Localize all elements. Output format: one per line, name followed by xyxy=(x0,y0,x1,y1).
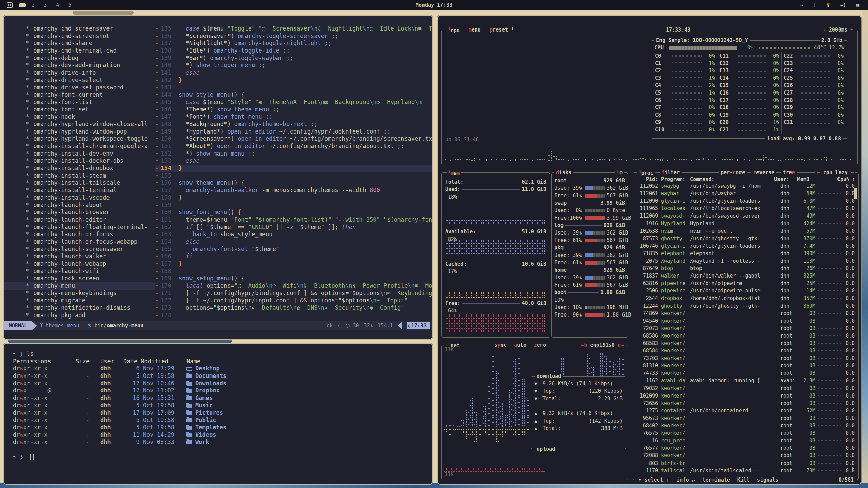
process-row[interactable]: 106746 glycin-i /usr/lib/glycin-loaders … xyxy=(636,242,855,250)
terminate-control[interactable]: terminate xyxy=(701,477,732,483)
file-item[interactable]: *omarchy-hyprland-window-close-all xyxy=(4,121,155,128)
process-row[interactable]: 2506 pipewire /usr/bin/pipewire-pulse dh… xyxy=(636,287,855,294)
process-row[interactable]: 73656 kworker/ root 0B 0.0 xyxy=(636,400,855,407)
code-line[interactable]: 142 } xyxy=(155,77,432,84)
code-line[interactable]: 169 show_setup_menu() { xyxy=(155,275,432,282)
file-item[interactable]: *omarchy-drive-select xyxy=(4,77,155,84)
process-row[interactable]: 87649 btop btop dhh 26M 0.0 xyxy=(636,265,855,272)
terminal-window[interactable]: ~ ❯ ls PermissionsSizeUserDate ModifiedN… xyxy=(3,343,433,485)
file-item[interactable]: *omarchy-launch-or-focus-webapp xyxy=(4,238,155,246)
process-row[interactable]: 76575 kworker/ root 0B 0.0 xyxy=(636,429,855,437)
file-item[interactable]: *omarchy-debug xyxy=(4,55,155,62)
process-row[interactable]: 71835 elephant elephant dhh 390M 0.0 xyxy=(636,250,855,257)
process-row[interactable]: 16 rcu_pree root 0B 0.0 xyxy=(636,437,855,444)
process-row[interactable]: 72088 kworker/ root 0B 0.0 xyxy=(636,452,855,459)
workspace-1-active[interactable] xyxy=(19,3,26,7)
process-row[interactable]: 71837 walker /usr/bin/walker --gappl dhh… xyxy=(636,272,855,280)
code-line[interactable]: 172 [ -f ~/.config/hypr/input.conf ] && … xyxy=(155,297,432,304)
process-row[interactable]: 803 btrfs-tr root 0B 0.0 xyxy=(636,459,855,467)
file-item[interactable]: *omarchy-install-chromium-google-a xyxy=(4,143,155,150)
code-line[interactable]: 171 [ -f ~/.config/hypr/bindings.conf ] … xyxy=(155,290,432,297)
tree-button[interactable]: tree xyxy=(781,169,796,176)
workspaces[interactable]: 2 3 4 5 xyxy=(32,2,81,8)
code-line[interactable]: 170 local options="♫ Audio\n◠ Wifi\nᛒ Bl… xyxy=(155,282,432,290)
process-row[interactable]: 72073 kworker/ root 0B 0.0 xyxy=(636,325,855,332)
process-row[interactable]: 74733 kworker/ root 0B 0.0 xyxy=(636,369,855,377)
code-line[interactable]: 150 *Screensaver*) open_in_editor ~/.con… xyxy=(155,135,432,143)
file-item[interactable]: *omarchy-drive-set-password xyxy=(4,84,155,92)
code-line[interactable]: 161 theme=$(menu "Font" "$(omarchy-font-… xyxy=(155,216,432,224)
code-line[interactable]: 138 *Idle*) omarchy-toggle-idle ;; xyxy=(155,47,432,55)
memory-box-title[interactable]: 2mem xyxy=(447,169,461,176)
sync-button[interactable]: sync xyxy=(493,342,508,348)
file-item[interactable]: *omarchy-dev-add-migration xyxy=(4,62,155,69)
code-line[interactable]: 158 } xyxy=(155,194,432,202)
process-row[interactable]: 68584 kworker/ root 0B 0.0 xyxy=(636,347,855,354)
file-item[interactable]: *omarchy-pkg-add xyxy=(4,312,155,319)
code-line[interactable]: 156 show_theme_menu() { xyxy=(155,179,432,187)
code-line[interactable]: 141 esac xyxy=(155,69,432,77)
file-item[interactable]: *omarchy-font-set xyxy=(4,106,155,114)
file-item[interactable]: *omarchy-menu-keybindings xyxy=(4,290,155,297)
code-line[interactable]: 155 xyxy=(155,172,432,180)
code-line[interactable]: 160 show_font_menu() { xyxy=(155,209,432,216)
code-pane[interactable]: 135 case $(menu "Toggle" "▢ Screensaver\… xyxy=(155,25,432,321)
code-line[interactable]: 174 xyxy=(155,312,432,319)
file-item[interactable]: *omarchy-install-docker-dbs xyxy=(4,157,155,165)
process-row[interactable]: 1916 Hyprland Hyprland dhh 424M 0.0 xyxy=(636,220,855,227)
process-row[interactable]: 1162 avahi-da avahi-daemon: running [ av… xyxy=(636,377,855,384)
file-item[interactable]: *omarchy-install-tailscale xyxy=(4,179,155,187)
process-row[interactable]: 73703 kworker/ root 0B 0.0 xyxy=(636,354,855,362)
code-line[interactable]: 163 back_to show_style_menu xyxy=(155,231,432,238)
file-item[interactable]: *omarchy-font-list xyxy=(4,99,155,106)
process-row[interactable]: 112090 glycin-i /usr/lib/glycin-loaders … xyxy=(636,197,855,205)
file-item[interactable]: *omarchy-cmd-terminal-cwd xyxy=(4,47,155,55)
code-line[interactable]: 135 case $(menu "Toggle" "▢ Screensaver\… xyxy=(155,25,432,33)
code-line[interactable]: 152 *) show_main_menu ;; xyxy=(155,150,432,158)
file-item[interactable]: *omarchy-launch-walker xyxy=(4,253,155,260)
file-item[interactable]: *omarchy-launch-floating-terminal- xyxy=(4,224,155,231)
filter-button[interactable]: filter xyxy=(660,169,682,176)
file-item[interactable]: *omarchy-launch-about xyxy=(4,202,155,209)
code-line[interactable]: 173 options="$options\n▸ Defaults\n◍ DNS… xyxy=(155,304,432,312)
process-row[interactable]: 68586 kworker/ root 0B 0.0 xyxy=(636,332,855,340)
process-row[interactable]: 2544 dropbox /home/dhh/.dropbox-dist dhh… xyxy=(636,294,855,302)
proc-box-title[interactable]: 4proc xyxy=(637,169,655,176)
file-item[interactable]: *omarchy-migrate xyxy=(4,297,155,304)
code-line[interactable]: 143 xyxy=(155,84,432,92)
preset-button[interactable]: preset * xyxy=(488,27,516,34)
process-row[interactable]: 68583 kworker/ root 0B 0.0 xyxy=(636,340,855,347)
process-row[interactable]: 12244 ghostty /usr/bin/ghostty --gtk- dh… xyxy=(636,302,855,310)
signals-control[interactable]: signals xyxy=(755,477,781,483)
file-item[interactable]: *omarchy-lock-screen xyxy=(4,275,155,282)
code-line[interactable]: 145 case $(menu "Style" "◉ Theme\nA Font… xyxy=(155,99,432,106)
disks-box-title[interactable]: disks xyxy=(554,169,573,176)
code-line[interactable]: 139 *Bar*) omarchy-toggle-waybar ;; xyxy=(155,55,432,62)
process-row[interactable]: 95673 kworker/ root 0B 0.0 xyxy=(636,414,855,422)
file-item[interactable]: *omarchy-hyprland-workspace-toggle xyxy=(4,135,155,143)
bluetooth-icon[interactable]: ᛒ xyxy=(813,2,816,8)
info-control[interactable]: info ↵ xyxy=(674,477,697,483)
file-item[interactable]: *omarchy-install-steam xyxy=(4,172,155,180)
code-line[interactable]: 153 esac xyxy=(155,157,432,165)
file-item[interactable]: *omarchy-install-dev-env xyxy=(4,150,155,158)
file-item[interactable]: *omarchy-font-current xyxy=(4,91,155,99)
code-line[interactable]: 146 *Theme*) show_theme_menu ;; xyxy=(155,106,432,114)
code-line[interactable]: 162 if [[ "$theme" == "CNCLD" || -z "$th… xyxy=(155,224,432,231)
prompt-line-2[interactable]: ~ ❯ xyxy=(13,453,432,461)
io-button[interactable]: io xyxy=(615,169,624,176)
process-row[interactable]: 63816 pipewire /usr/bin/pipewire dhh 25M… xyxy=(636,280,855,287)
cpu-tray-icon[interactable]: ▦ xyxy=(856,2,859,8)
cpu-box-title[interactable]: 1cpu xyxy=(447,27,461,34)
code-line[interactable]: 151 *About*) open_in_editor ~/.config/om… xyxy=(155,143,432,150)
workspace-item[interactable]: 3 xyxy=(44,2,47,8)
process-row[interactable]: 76577 kworker/ root 0B 0.0 xyxy=(636,444,855,452)
process-row[interactable]: 112052 swaybg /usr/bin/swaybg -i /hom dh… xyxy=(636,182,855,190)
interface-selector[interactable]: ←b enp191s0 n→ xyxy=(579,342,626,348)
file-item[interactable]: *omarchy-drive-info xyxy=(4,69,155,77)
file-item[interactable]: *omarchy-cmd-screenshot xyxy=(4,33,155,40)
auto-button[interactable]: auto xyxy=(512,342,528,348)
file-item[interactable]: *omarchy-cmd-screensaver xyxy=(4,25,155,33)
file-item[interactable]: *omarchy-launch-editor xyxy=(4,216,155,224)
launcher-icon[interactable] xyxy=(7,2,13,8)
